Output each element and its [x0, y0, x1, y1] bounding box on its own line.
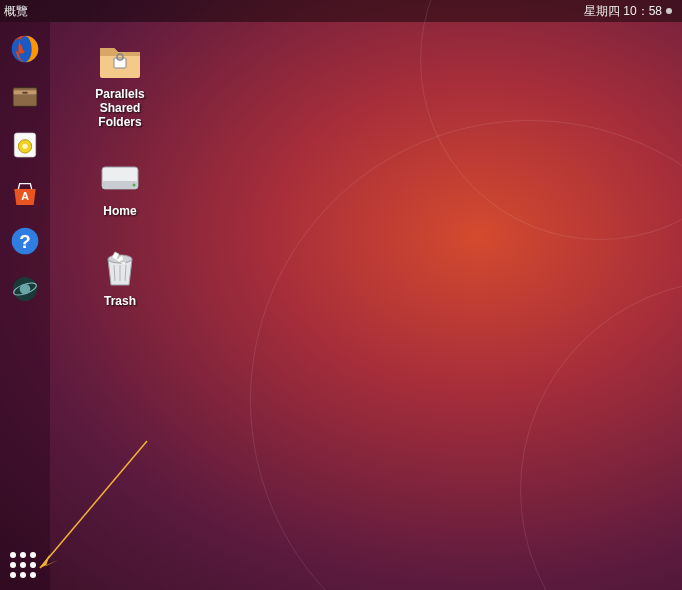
svg-point-20: [133, 184, 136, 187]
globe-icon: [9, 273, 41, 305]
dock-kite[interactable]: [8, 272, 42, 306]
shopping-bag-icon: A: [9, 177, 41, 209]
desktop-icon-label: Home: [103, 205, 136, 219]
help-icon: ?: [9, 225, 41, 257]
desktop-icon-label: Parallels Shared Folders: [95, 88, 144, 129]
clock-text: 星期四 10：58: [584, 3, 662, 20]
show-applications-button[interactable]: [10, 552, 38, 580]
status-dot-icon: [666, 8, 672, 14]
desktop-icon-label: Trash: [104, 295, 136, 309]
firefox-icon: [9, 33, 41, 65]
top-panel: 概覽 星期四 10：58: [0, 0, 682, 22]
desktop[interactable]: Parallels Shared Folders Home: [50, 22, 682, 590]
dock-rhythmbox[interactable]: [8, 128, 42, 162]
dock: A ?: [0, 22, 50, 590]
desktop-icon-parallels[interactable]: Parallels Shared Folders: [80, 36, 160, 129]
files-icon: [9, 81, 41, 113]
svg-point-7: [22, 144, 27, 149]
desktop-icon-trash[interactable]: Trash: [80, 243, 160, 309]
svg-text:?: ?: [19, 231, 30, 252]
speaker-icon: [9, 129, 41, 161]
folder-icon: [96, 36, 144, 84]
dock-firefox[interactable]: [8, 32, 42, 66]
activities-button[interactable]: 概覽: [4, 3, 28, 20]
dock-software[interactable]: A: [8, 176, 42, 210]
svg-text:A: A: [21, 190, 29, 202]
svg-point-13: [20, 284, 31, 295]
drive-icon: [96, 153, 144, 201]
dock-files[interactable]: [8, 80, 42, 114]
desktop-icon-home[interactable]: Home: [80, 153, 160, 219]
clock-area[interactable]: 星期四 10：58: [584, 3, 672, 20]
svg-rect-3: [22, 92, 27, 94]
trash-icon: [96, 243, 144, 291]
dock-help[interactable]: ?: [8, 224, 42, 258]
